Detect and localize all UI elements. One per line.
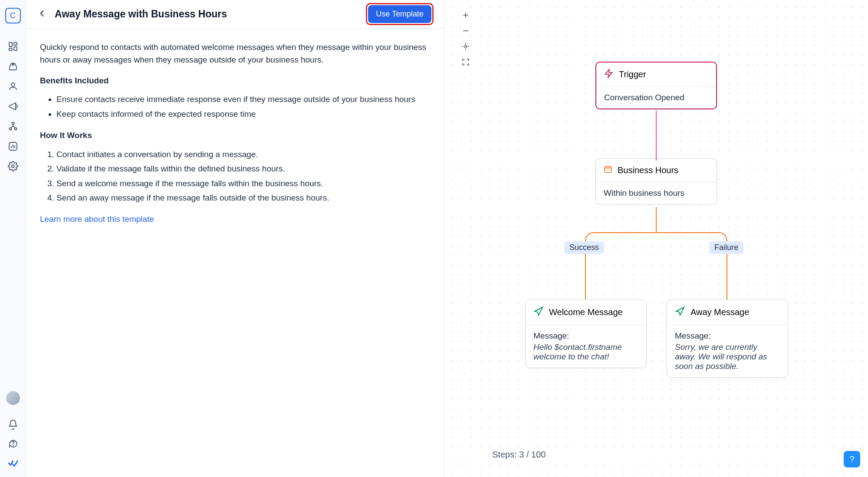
inbox-icon[interactable]: [7, 61, 19, 72]
zoom-in-button[interactable]: [459, 9, 472, 22]
learn-more-link[interactable]: Learn more about this template: [40, 214, 154, 224]
flow-node-welcome-message[interactable]: Welcome Message Message: Hello $contact.…: [525, 299, 647, 368]
svg-point-9: [12, 165, 14, 168]
sidebar-logo[interactable]: C: [5, 8, 21, 23]
help-icon[interactable]: [7, 438, 19, 449]
connector-business-branch: [656, 207, 657, 233]
brand-check-icon[interactable]: [7, 457, 19, 468]
welcome-msg-text: Hello $contact.firstname welcome to the …: [533, 342, 638, 362]
svg-rect-0: [9, 43, 12, 46]
steps-counter: Steps: 3 / 100: [492, 450, 546, 460]
reports-icon[interactable]: [7, 141, 19, 152]
benefit-item: Keep contacts informed of the expected r…: [56, 108, 430, 120]
center-button[interactable]: [459, 40, 472, 53]
svg-point-6: [9, 128, 11, 130]
how-step: Validate if the message falls within the…: [56, 162, 430, 175]
flow-node-trigger[interactable]: Trigger Conversation Opened: [595, 62, 717, 109]
svg-rect-3: [9, 48, 12, 50]
intro-text: Quickly respond to contacts with automat…: [40, 41, 430, 66]
svg-rect-12: [605, 167, 612, 172]
business-title: Business Hours: [618, 165, 678, 175]
svg-point-11: [465, 46, 467, 48]
sidebar: C: [0, 0, 26, 477]
detail-header: Away Message with Business Hours Use Tem…: [26, 0, 444, 29]
welcome-title: Welcome Message: [549, 307, 623, 317]
how-list: Contact initiates a conversation by send…: [40, 148, 430, 204]
trigger-body: Conversation Opened: [596, 87, 716, 109]
page-title: Away Message with Business Hours: [55, 8, 359, 20]
svg-rect-1: [14, 43, 17, 45]
zoom-controls: [459, 9, 472, 69]
svg-point-10: [13, 445, 13, 445]
workflow-icon[interactable]: [7, 121, 19, 132]
flow-canvas[interactable]: Steps: 3 / 100 Success Failure Trigger C…: [444, 0, 868, 477]
trigger-icon: [604, 69, 614, 80]
svg-point-4: [11, 83, 15, 86]
flow-node-business-hours[interactable]: Business Hours Within business hours: [595, 158, 717, 204]
svg-rect-2: [14, 47, 17, 50]
svg-point-7: [14, 128, 16, 130]
away-title: Away Message: [690, 307, 749, 317]
calendar-icon: [604, 165, 612, 176]
help-bubble[interactable]: ?: [844, 451, 860, 467]
back-button[interactable]: [36, 8, 48, 21]
user-avatar[interactable]: [6, 391, 20, 405]
broadcast-icon[interactable]: [7, 101, 19, 112]
business-body: Within business hours: [596, 182, 717, 204]
contacts-icon[interactable]: [7, 81, 19, 92]
zoom-out-button[interactable]: [459, 24, 472, 37]
how-step: Send a welcome message if the message fa…: [56, 177, 430, 190]
notifications-icon[interactable]: [7, 419, 19, 430]
settings-icon[interactable]: [7, 161, 19, 172]
detail-body: Quickly respond to contacts with automat…: [26, 29, 444, 238]
branch-connector: [585, 232, 727, 245]
how-heading: How It Works: [40, 129, 430, 141]
benefits-list: Ensure contacts receive immediate respon…: [40, 93, 430, 120]
how-step: Send an away message if the message fall…: [56, 191, 430, 204]
away-msg-text: Sorry, we are currently away. We will re…: [675, 342, 780, 371]
welcome-msg-label: Message:: [533, 331, 638, 341]
send-icon: [533, 306, 544, 319]
flow-node-away-message[interactable]: Away Message Message: Sorry, we are curr…: [667, 299, 788, 378]
away-msg-label: Message:: [675, 331, 780, 341]
how-step: Contact initiates a conversation by send…: [56, 148, 430, 161]
dashboard-icon[interactable]: [7, 41, 19, 52]
connector-trigger-business: [656, 111, 657, 161]
svg-point-5: [12, 122, 14, 125]
use-template-highlight: Use Template: [366, 3, 434, 25]
detail-panel: Away Message with Business Hours Use Tem…: [26, 0, 444, 477]
trigger-title: Trigger: [619, 69, 646, 79]
branch-success-label: Success: [564, 241, 604, 254]
send-icon: [675, 306, 685, 319]
benefit-item: Ensure contacts receive immediate respon…: [56, 93, 430, 105]
benefits-heading: Benefits Included: [40, 74, 430, 87]
branch-failure-label: Failure: [709, 241, 743, 254]
use-template-button[interactable]: Use Template: [368, 5, 431, 23]
fullscreen-button[interactable]: [459, 56, 472, 69]
